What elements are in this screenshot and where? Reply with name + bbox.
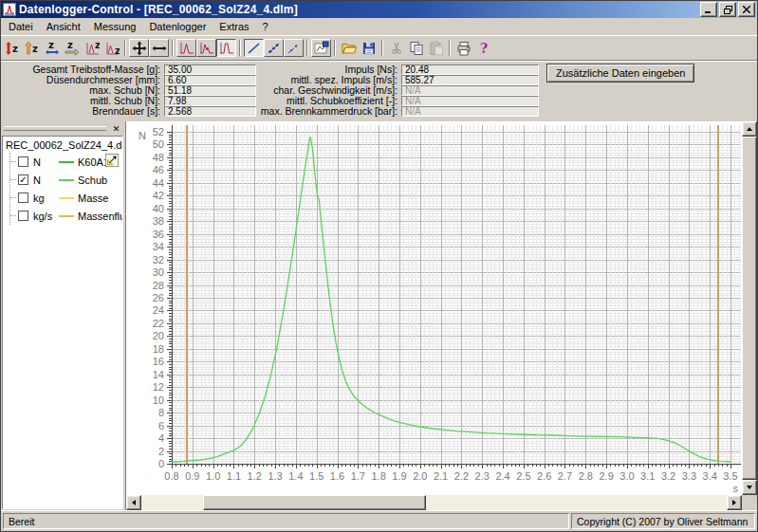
menu-ansicht[interactable]: Ansicht	[40, 19, 87, 34]
chart-export-icon[interactable]	[311, 39, 331, 57]
stat-value-field[interactable]: N/A	[401, 96, 539, 106]
save-icon[interactable]	[359, 39, 379, 57]
stat-value-field[interactable]: 35.00	[164, 64, 256, 75]
horizontal-scroll-thumb[interactable]	[203, 495, 426, 510]
chart-canvas[interactable]: 0246810121416182022242628303234363840424…	[126, 121, 742, 495]
stat-value-field[interactable]: 20.48	[401, 64, 539, 75]
x-tick-label: 2.8	[579, 470, 593, 482]
scale-y-auto-icon[interactable]: z	[22, 39, 42, 57]
stat-row: max. Brennkammerdruck [bar]:N/A	[257, 106, 539, 116]
scroll-down-icon[interactable]	[742, 480, 757, 495]
panel-grip[interactable]	[4, 126, 106, 131]
stat-value-field[interactable]: 2.568	[164, 106, 256, 117]
plot-peak-1-icon[interactable]	[176, 39, 196, 57]
curve-row-masse[interactable]: kgMasse	[10, 189, 122, 207]
scale-y-plus-icon[interactable]: z	[2, 39, 22, 57]
menu-datei[interactable]: Datei	[2, 19, 40, 34]
scale-x-auto-icon[interactable]: z	[62, 39, 82, 57]
formula-icon[interactable]	[105, 154, 120, 170]
x-tick-label: 1.7	[351, 470, 365, 482]
x-tick-label: 2.3	[475, 470, 490, 482]
curve-row-schub[interactable]: ✓NSchub	[10, 171, 122, 189]
scroll-left-icon[interactable]	[126, 495, 141, 510]
plot-peak-3-icon[interactable]	[216, 39, 236, 57]
vertical-scroll-thumb[interactable]	[742, 137, 757, 480]
curve-unit: N	[33, 174, 59, 186]
legend-panel: ✕ REC_00062_SolZ24_4.dlm NK60A1✓NSchubkg…	[1, 121, 125, 510]
toolbar-separator	[449, 40, 451, 56]
app-icon	[3, 3, 16, 16]
y-tick-label: 14	[153, 369, 164, 380]
line-solid-icon[interactable]	[244, 39, 264, 57]
scroll-right-icon[interactable]	[727, 495, 742, 510]
y-tick-label: 28	[153, 280, 164, 291]
scale-x-plus-icon[interactable]: z	[42, 39, 62, 57]
h-range-icon[interactable]	[149, 39, 169, 57]
curve-row-k60a1[interactable]: NK60A1	[10, 153, 122, 171]
additional-data-button[interactable]: Zusätzliche Daten eingeben	[546, 64, 694, 83]
stat-value-field[interactable]: 7.98	[164, 96, 256, 106]
x-tick-label: 1.5	[309, 470, 324, 482]
toolbar-separator	[124, 40, 126, 56]
chart-grid	[172, 125, 741, 465]
x-tick-label: 2.5	[516, 470, 530, 482]
curve-file-name[interactable]: REC_00062_SolZ24_4.dlm	[3, 138, 122, 153]
thrust-chart: 0246810121416182022242628303234363840424…	[126, 121, 742, 495]
minimize-icon[interactable]	[700, 2, 717, 17]
panel-close-icon[interactable]: ✕	[110, 122, 122, 135]
horizontal-scrollbar[interactable]	[126, 495, 742, 510]
checkbox-icon[interactable]	[18, 211, 28, 221]
svg-text:z: z	[115, 46, 120, 56]
menu-extras[interactable]: Extras	[213, 19, 255, 34]
x-tick-label: 2.2	[454, 470, 469, 482]
curve-label: Massenfluss	[78, 211, 122, 222]
checkbox-icon[interactable]	[18, 156, 28, 167]
stat-row: Gesamt Treibstoff-Masse [g]:35.00	[1, 64, 256, 74]
menu-help[interactable]: ?	[256, 19, 275, 34]
stat-value-field[interactable]: N/A	[401, 106, 539, 117]
stat-value-field[interactable]: 51.18	[164, 85, 256, 96]
y-tick-label: 44	[153, 177, 164, 189]
y-tick-label: 8	[158, 407, 164, 418]
svg-text:z: z	[32, 44, 38, 54]
vertical-scrollbar[interactable]	[742, 121, 757, 495]
y-tick-label: 18	[153, 343, 164, 355]
curve-label: Masse	[78, 193, 108, 204]
scroll-up-icon[interactable]	[742, 121, 757, 137]
fit-x-icon[interactable]: z	[102, 39, 121, 57]
help-icon[interactable]: ?	[473, 39, 493, 57]
toolbar-separator	[239, 40, 241, 56]
stat-row: Brenndauer [s]:2.568	[1, 106, 256, 116]
curve-unit: N	[33, 156, 59, 168]
fit-y-icon[interactable]: z	[82, 39, 102, 57]
stat-value-field[interactable]: 585.27	[401, 75, 539, 85]
plot-peak-2-icon[interactable]	[196, 39, 216, 57]
line-dashed-icon[interactable]	[284, 39, 304, 57]
toolbar-separator	[306, 40, 308, 56]
curve-label: Schub	[78, 174, 107, 186]
stat-value-field[interactable]: N/A	[401, 85, 539, 96]
restore-icon[interactable]	[719, 2, 736, 17]
menu-messung[interactable]: Messung	[87, 19, 143, 34]
x-axis-unit: s	[733, 483, 739, 494]
line-points-icon[interactable]	[264, 39, 284, 57]
x-tick-label: 2.7	[558, 470, 572, 482]
menu-datenlogger[interactable]: Datenlogger	[142, 19, 213, 34]
x-tick-label: 0.9	[185, 470, 199, 482]
stat-row: Düsendurchmesser [mm]:6.60	[1, 75, 256, 84]
x-tick-label: 1.9	[392, 470, 406, 482]
checkbox-checked-icon[interactable]: ✓	[18, 174, 28, 185]
pan-icon[interactable]	[129, 39, 149, 57]
print-icon[interactable]	[453, 39, 473, 57]
stat-value-field[interactable]: 6.60	[164, 75, 256, 85]
close-icon[interactable]	[738, 2, 755, 17]
copy-icon[interactable]	[406, 39, 426, 57]
checkbox-icon[interactable]	[18, 193, 28, 203]
y-tick-label: 16	[153, 356, 164, 367]
y-tick-label: 32	[153, 254, 164, 266]
open-icon[interactable]	[339, 39, 359, 57]
y-tick-label: 42	[153, 190, 164, 201]
svg-text:z: z	[48, 41, 54, 50]
stats-column-right: Impuls [Ns]:20.48mittl. spez. Impuls [m/…	[257, 64, 539, 117]
curve-row-massenfluss[interactable]: kg/sMassenfluss	[10, 207, 122, 225]
